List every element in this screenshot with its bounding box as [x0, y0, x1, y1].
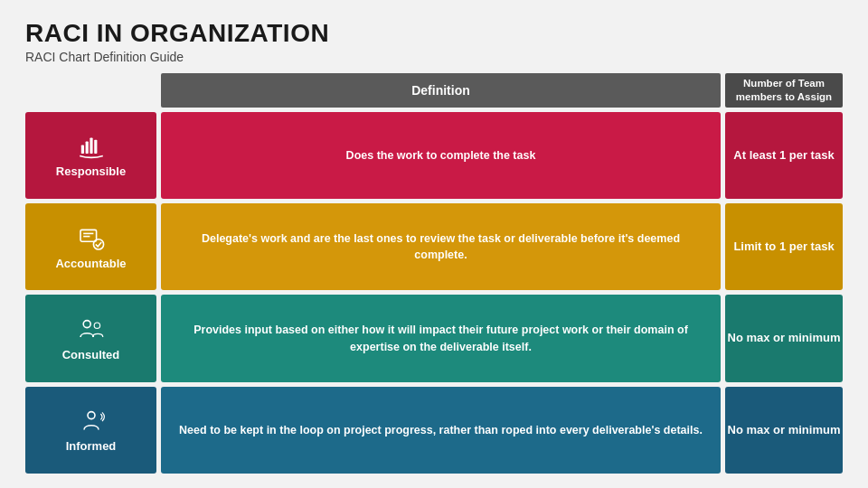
svg-rect-1 — [85, 142, 88, 155]
header-definition: Definition — [161, 73, 721, 108]
svg-rect-2 — [90, 138, 92, 155]
consulted-icon — [77, 315, 106, 344]
responsible-definition: Does the work to complete the task — [161, 112, 721, 199]
accountable-number: Limit to 1 per task — [725, 203, 843, 290]
informed-label: Informed — [66, 439, 117, 453]
svg-rect-0 — [80, 145, 83, 155]
svg-point-9 — [94, 323, 99, 328]
informed-role-cell: Informed — [25, 387, 156, 474]
svg-rect-4 — [80, 230, 97, 241]
accountable-definition: Delegate's work and are the last ones to… — [161, 203, 721, 290]
page: RACI IN ORGANIZATION RACI Chart Definiti… — [0, 0, 868, 488]
svg-point-10 — [88, 412, 95, 419]
responsible-icon — [77, 132, 106, 161]
page-subtitle: RACI Chart Definition Guide — [25, 50, 843, 64]
accountable-label: Accountable — [55, 257, 126, 270]
raci-table: Definition Number of Team members to Ass… — [25, 73, 843, 474]
responsible-role-cell: Responsible — [25, 112, 156, 199]
svg-point-7 — [93, 239, 103, 249]
informed-icon — [77, 407, 106, 436]
svg-rect-3 — [94, 140, 97, 154]
accountable-role-cell: Accountable — [25, 203, 156, 290]
responsible-number: At least 1 per task — [725, 112, 843, 199]
consulted-number: No max or minimum — [725, 295, 843, 381]
page-title: RACI IN ORGANIZATION — [25, 20, 843, 48]
consulted-label: Consulted — [62, 348, 120, 361]
informed-definition: Need to be kept in the loop on project p… — [161, 387, 721, 474]
informed-number: No max or minimum — [725, 387, 843, 474]
header-number: Number of Team members to Assign — [725, 73, 843, 108]
consulted-definition: Provides input based on either how it wi… — [161, 295, 721, 381]
responsible-label: Responsible — [56, 164, 126, 178]
consulted-role-cell: Consulted — [25, 295, 156, 381]
header-empty — [25, 73, 156, 108]
accountable-icon — [77, 224, 106, 253]
svg-point-8 — [83, 321, 90, 328]
